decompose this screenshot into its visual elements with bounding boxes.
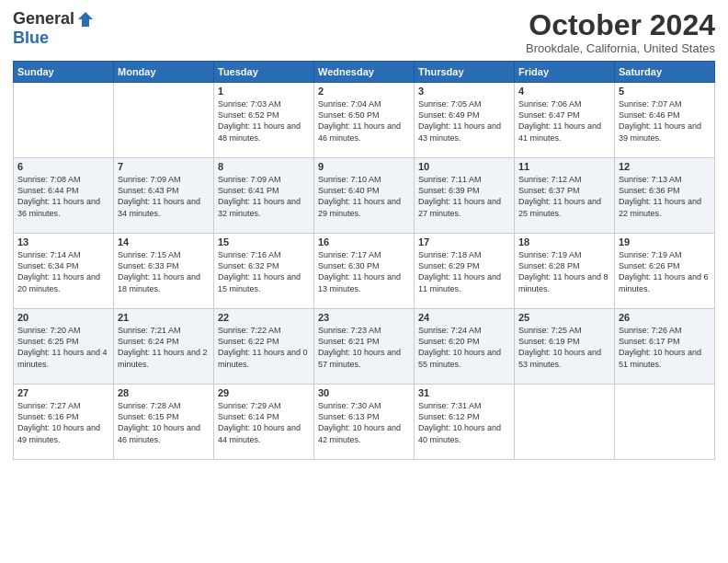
month-title: October 2024 bbox=[526, 9, 715, 41]
day-cell: 30Sunrise: 7:30 AM Sunset: 6:13 PM Dayli… bbox=[314, 385, 415, 460]
day-info: Sunrise: 7:26 AM Sunset: 6:17 PM Dayligh… bbox=[619, 325, 711, 370]
day-number: 19 bbox=[619, 236, 711, 247]
day-info: Sunrise: 7:03 AM Sunset: 6:52 PM Dayligh… bbox=[218, 98, 310, 144]
week-row-2: 6Sunrise: 7:08 AM Sunset: 6:44 PM Daylig… bbox=[14, 158, 715, 234]
day-info: Sunrise: 7:29 AM Sunset: 6:14 PM Dayligh… bbox=[218, 400, 310, 445]
day-info: Sunrise: 7:14 AM Sunset: 6:34 PM Dayligh… bbox=[17, 249, 109, 294]
day-number: 8 bbox=[218, 161, 310, 172]
day-cell: 7Sunrise: 7:09 AM Sunset: 6:43 PM Daylig… bbox=[114, 158, 214, 234]
day-cell: 29Sunrise: 7:29 AM Sunset: 6:14 PM Dayli… bbox=[214, 385, 314, 460]
day-info: Sunrise: 7:30 AM Sunset: 6:13 PM Dayligh… bbox=[318, 400, 410, 445]
col-tuesday: Tuesday bbox=[214, 62, 314, 83]
day-info: Sunrise: 7:31 AM Sunset: 6:12 PM Dayligh… bbox=[418, 400, 510, 445]
day-cell: 21Sunrise: 7:21 AM Sunset: 6:24 PM Dayli… bbox=[114, 309, 214, 385]
day-cell: 31Sunrise: 7:31 AM Sunset: 6:12 PM Dayli… bbox=[415, 385, 515, 460]
day-number: 22 bbox=[218, 312, 310, 323]
day-info: Sunrise: 7:27 AM Sunset: 6:16 PM Dayligh… bbox=[17, 400, 109, 445]
day-cell: 26Sunrise: 7:26 AM Sunset: 6:17 PM Dayli… bbox=[615, 309, 715, 385]
day-info: Sunrise: 7:11 AM Sunset: 6:39 PM Dayligh… bbox=[418, 174, 510, 219]
header: General Blue October 2024 Brookdale, Cal… bbox=[13, 9, 715, 55]
day-number: 24 bbox=[418, 312, 510, 323]
day-cell: 5Sunrise: 7:07 AM Sunset: 6:46 PM Daylig… bbox=[615, 83, 715, 158]
day-info: Sunrise: 7:05 AM Sunset: 6:49 PM Dayligh… bbox=[418, 98, 510, 144]
col-wednesday: Wednesday bbox=[314, 62, 415, 83]
day-number: 27 bbox=[17, 387, 109, 398]
day-info: Sunrise: 7:18 AM Sunset: 6:29 PM Dayligh… bbox=[418, 249, 510, 294]
day-cell: 17Sunrise: 7:18 AM Sunset: 6:29 PM Dayli… bbox=[415, 234, 515, 309]
day-info: Sunrise: 7:19 AM Sunset: 6:28 PM Dayligh… bbox=[518, 249, 610, 294]
day-number: 10 bbox=[418, 161, 510, 172]
day-number: 9 bbox=[318, 161, 410, 172]
day-info: Sunrise: 7:04 AM Sunset: 6:50 PM Dayligh… bbox=[318, 98, 410, 144]
day-cell: 11Sunrise: 7:12 AM Sunset: 6:37 PM Dayli… bbox=[515, 158, 615, 234]
week-row-4: 20Sunrise: 7:20 AM Sunset: 6:25 PM Dayli… bbox=[14, 309, 715, 385]
day-cell: 16Sunrise: 7:17 AM Sunset: 6:30 PM Dayli… bbox=[314, 234, 415, 309]
day-cell bbox=[515, 385, 615, 460]
day-cell: 1Sunrise: 7:03 AM Sunset: 6:52 PM Daylig… bbox=[214, 83, 314, 158]
day-number: 2 bbox=[318, 86, 410, 97]
calendar-table: Sunday Monday Tuesday Wednesday Thursday… bbox=[13, 61, 715, 460]
day-cell bbox=[615, 385, 715, 460]
day-number: 21 bbox=[118, 312, 210, 323]
day-info: Sunrise: 7:07 AM Sunset: 6:46 PM Dayligh… bbox=[619, 98, 711, 144]
logo-icon bbox=[76, 10, 95, 29]
day-info: Sunrise: 7:23 AM Sunset: 6:21 PM Dayligh… bbox=[318, 325, 410, 370]
day-cell: 19Sunrise: 7:19 AM Sunset: 6:26 PM Dayli… bbox=[615, 234, 715, 309]
day-cell: 18Sunrise: 7:19 AM Sunset: 6:28 PM Dayli… bbox=[515, 234, 615, 309]
day-info: Sunrise: 7:12 AM Sunset: 6:37 PM Dayligh… bbox=[518, 174, 610, 219]
svg-marker-0 bbox=[78, 12, 93, 27]
day-cell: 15Sunrise: 7:16 AM Sunset: 6:32 PM Dayli… bbox=[214, 234, 314, 309]
day-number: 28 bbox=[118, 387, 210, 398]
logo-text: General bbox=[13, 9, 95, 29]
day-info: Sunrise: 7:20 AM Sunset: 6:25 PM Dayligh… bbox=[17, 325, 109, 370]
day-cell: 9Sunrise: 7:10 AM Sunset: 6:40 PM Daylig… bbox=[314, 158, 415, 234]
day-cell: 13Sunrise: 7:14 AM Sunset: 6:34 PM Dayli… bbox=[14, 234, 114, 309]
day-cell bbox=[14, 83, 114, 158]
day-cell: 20Sunrise: 7:20 AM Sunset: 6:25 PM Dayli… bbox=[14, 309, 114, 385]
day-number: 29 bbox=[218, 387, 310, 398]
day-number: 30 bbox=[318, 387, 410, 398]
day-number: 6 bbox=[17, 161, 109, 172]
day-number: 11 bbox=[518, 161, 610, 172]
day-number: 25 bbox=[518, 312, 610, 323]
title-section: October 2024 Brookdale, California, Unit… bbox=[526, 9, 715, 55]
logo-blue: Blue bbox=[13, 29, 49, 48]
day-info: Sunrise: 7:06 AM Sunset: 6:47 PM Dayligh… bbox=[518, 98, 610, 144]
day-cell: 12Sunrise: 7:13 AM Sunset: 6:36 PM Dayli… bbox=[615, 158, 715, 234]
day-number: 18 bbox=[518, 236, 610, 247]
day-info: Sunrise: 7:28 AM Sunset: 6:15 PM Dayligh… bbox=[118, 400, 210, 445]
col-sunday: Sunday bbox=[14, 62, 114, 83]
day-number: 14 bbox=[118, 236, 210, 247]
day-info: Sunrise: 7:22 AM Sunset: 6:22 PM Dayligh… bbox=[218, 325, 310, 370]
day-info: Sunrise: 7:21 AM Sunset: 6:24 PM Dayligh… bbox=[118, 325, 210, 370]
day-info: Sunrise: 7:17 AM Sunset: 6:30 PM Dayligh… bbox=[318, 249, 410, 294]
day-info: Sunrise: 7:08 AM Sunset: 6:44 PM Dayligh… bbox=[17, 174, 109, 219]
day-number: 12 bbox=[619, 161, 711, 172]
day-cell: 27Sunrise: 7:27 AM Sunset: 6:16 PM Dayli… bbox=[14, 385, 114, 460]
col-friday: Friday bbox=[515, 62, 615, 83]
day-number: 17 bbox=[418, 236, 510, 247]
day-number: 7 bbox=[118, 161, 210, 172]
day-number: 1 bbox=[218, 86, 310, 97]
day-number: 15 bbox=[218, 236, 310, 247]
day-number: 16 bbox=[318, 236, 410, 247]
day-number: 4 bbox=[518, 86, 610, 97]
day-info: Sunrise: 7:10 AM Sunset: 6:40 PM Dayligh… bbox=[318, 174, 410, 219]
week-row-1: 1Sunrise: 7:03 AM Sunset: 6:52 PM Daylig… bbox=[14, 83, 715, 158]
logo: General Blue bbox=[13, 9, 95, 48]
day-info: Sunrise: 7:13 AM Sunset: 6:36 PM Dayligh… bbox=[619, 174, 711, 219]
day-cell: 10Sunrise: 7:11 AM Sunset: 6:39 PM Dayli… bbox=[415, 158, 515, 234]
col-saturday: Saturday bbox=[615, 62, 715, 83]
day-cell: 25Sunrise: 7:25 AM Sunset: 6:19 PM Dayli… bbox=[515, 309, 615, 385]
day-cell: 22Sunrise: 7:22 AM Sunset: 6:22 PM Dayli… bbox=[214, 309, 314, 385]
day-cell: 28Sunrise: 7:28 AM Sunset: 6:15 PM Dayli… bbox=[114, 385, 214, 460]
day-number: 23 bbox=[318, 312, 410, 323]
day-cell: 4Sunrise: 7:06 AM Sunset: 6:47 PM Daylig… bbox=[515, 83, 615, 158]
day-number: 20 bbox=[17, 312, 109, 323]
week-row-5: 27Sunrise: 7:27 AM Sunset: 6:16 PM Dayli… bbox=[14, 385, 715, 460]
day-cell: 8Sunrise: 7:09 AM Sunset: 6:41 PM Daylig… bbox=[214, 158, 314, 234]
day-info: Sunrise: 7:25 AM Sunset: 6:19 PM Dayligh… bbox=[518, 325, 610, 370]
day-cell: 14Sunrise: 7:15 AM Sunset: 6:33 PM Dayli… bbox=[114, 234, 214, 309]
day-info: Sunrise: 7:24 AM Sunset: 6:20 PM Dayligh… bbox=[418, 325, 510, 370]
page: General Blue October 2024 Brookdale, Cal… bbox=[0, 0, 728, 469]
